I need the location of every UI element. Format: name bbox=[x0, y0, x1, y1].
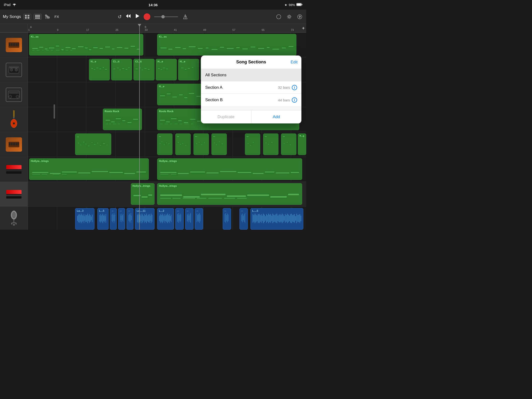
all-sections-label: All Sections bbox=[205, 73, 297, 77]
ruler-mark-33: 33 bbox=[145, 28, 148, 31]
svg-text:?: ? bbox=[299, 15, 301, 19]
fx-button[interactable]: FX bbox=[54, 14, 60, 20]
svg-rect-5 bbox=[25, 17, 27, 19]
undo-button[interactable]: ↺ bbox=[118, 14, 122, 20]
add-section-button[interactable]: Add bbox=[251, 110, 302, 123]
svg-marker-17 bbox=[128, 14, 131, 18]
ipad-label: iPad bbox=[4, 3, 11, 7]
playhead-arrow bbox=[138, 24, 141, 27]
ruler-mark-73: 73 bbox=[291, 28, 294, 31]
svg-rect-1 bbox=[302, 4, 302, 5]
ruler-mark-25: 25 bbox=[115, 28, 118, 31]
grid-view-button[interactable] bbox=[23, 14, 31, 20]
tempo-slider[interactable] bbox=[154, 16, 178, 17]
popup-edit-button[interactable]: Edit bbox=[291, 60, 298, 65]
toolbar: My Songs bbox=[0, 10, 306, 24]
ruler-mark-65: 65 bbox=[262, 28, 265, 31]
ruler-container: 1 A 9 17 25 33 B 41 49 57 65 73 + bbox=[0, 24, 306, 32]
section-b-bars: 44 bars bbox=[278, 98, 290, 102]
section-a-info-icon[interactable]: i bbox=[292, 85, 297, 90]
svg-rect-8 bbox=[35, 16, 40, 17]
ruler-track-spacer bbox=[0, 24, 28, 32]
svg-rect-3 bbox=[25, 15, 27, 17]
status-left: iPad bbox=[4, 3, 16, 7]
transport-controls: ↺ bbox=[118, 13, 189, 20]
toolbar-right: ? bbox=[275, 13, 303, 20]
status-bar: iPad 14:36 ★ 98% bbox=[0, 0, 306, 10]
section-a-label: Section A bbox=[205, 85, 278, 90]
svg-point-22 bbox=[277, 15, 281, 19]
play-button[interactable] bbox=[135, 13, 140, 20]
section-b-marker: B bbox=[145, 26, 146, 28]
song-sections-popup: Song Sections Edit All Sections Section … bbox=[201, 56, 301, 123]
ruler: 1 A 9 17 25 33 B 41 49 57 65 73 + bbox=[28, 24, 306, 32]
ruler-mark-57: 57 bbox=[233, 28, 235, 31]
section-b-label: Section B bbox=[205, 98, 278, 102]
record-button[interactable] bbox=[144, 13, 151, 20]
svg-marker-16 bbox=[126, 14, 128, 18]
time-display: 14:36 bbox=[149, 3, 158, 7]
popup-title: Song Sections bbox=[236, 60, 266, 65]
track-view-button[interactable] bbox=[33, 14, 42, 20]
ruler-mark-9: 9 bbox=[57, 28, 58, 31]
tempo-knob[interactable] bbox=[161, 15, 165, 19]
metronome-button[interactable] bbox=[182, 13, 189, 20]
mixer-button[interactable] bbox=[44, 14, 51, 20]
popup-spacer bbox=[201, 106, 301, 110]
svg-rect-2 bbox=[297, 4, 301, 6]
ruler-mark-1: 1 bbox=[28, 28, 30, 31]
popup-header: Song Sections Edit bbox=[201, 56, 301, 69]
help-button[interactable]: ? bbox=[296, 13, 303, 20]
battery-label: 98% bbox=[289, 3, 295, 7]
svg-rect-10 bbox=[46, 15, 46, 19]
popup-overlay: Song Sections Edit All Sections Section … bbox=[0, 32, 306, 230]
duplicate-button[interactable]: Duplicate bbox=[201, 110, 251, 123]
wifi-icon bbox=[13, 3, 16, 7]
ruler-mark-41: 41 bbox=[174, 28, 177, 31]
section-b-info-icon[interactable]: i bbox=[292, 97, 297, 103]
chat-button[interactable] bbox=[275, 13, 282, 20]
section-a-row[interactable]: Section A 32 bars i bbox=[201, 81, 301, 94]
svg-rect-9 bbox=[35, 18, 40, 19]
section-a-marker: A bbox=[30, 26, 32, 28]
section-b-row[interactable]: Section B 44 bars i bbox=[201, 94, 301, 106]
svg-rect-7 bbox=[35, 15, 40, 16]
status-right: ★ 98% bbox=[285, 3, 302, 7]
settings-button[interactable] bbox=[286, 13, 293, 20]
svg-marker-18 bbox=[136, 14, 139, 18]
my-songs-button[interactable]: My Songs bbox=[3, 14, 21, 19]
battery-icon bbox=[296, 3, 302, 7]
svg-rect-6 bbox=[27, 17, 29, 19]
ruler-playhead bbox=[139, 24, 140, 32]
svg-point-23 bbox=[288, 16, 290, 18]
bluetooth-icon: ★ bbox=[285, 3, 287, 7]
main-area: Ki...ss bbox=[0, 32, 306, 230]
section-a-bars: 32 bars bbox=[278, 85, 290, 89]
add-track-button[interactable]: + bbox=[302, 25, 305, 31]
rewind-button[interactable] bbox=[126, 14, 131, 20]
popup-body: All Sections Section A 32 bars i Section… bbox=[201, 69, 301, 110]
ruler-mark-49: 49 bbox=[203, 28, 206, 31]
all-sections-row[interactable]: All Sections bbox=[201, 69, 301, 81]
svg-rect-4 bbox=[27, 15, 29, 17]
ruler-mark-17: 17 bbox=[86, 28, 89, 31]
popup-footer: Duplicate Add bbox=[201, 110, 301, 123]
